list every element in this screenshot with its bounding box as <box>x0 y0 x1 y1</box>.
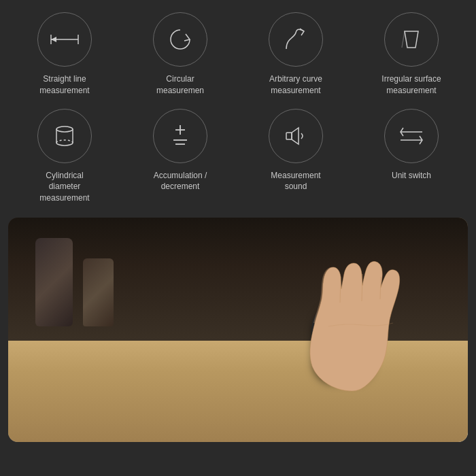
accumulation-icon-circle <box>153 109 207 163</box>
cylindrical-label: Cylindricaldiametermeasurement <box>39 170 89 204</box>
jar-right <box>83 258 114 326</box>
straight-line-icon-circle <box>37 12 92 67</box>
feature-circular: Circularmeasuremen <box>122 12 238 97</box>
svg-point-5 <box>56 126 73 132</box>
feature-irregular: Irregular surfacemeasurement <box>354 12 469 97</box>
feature-curve: Arbitrary curvemeasurement <box>238 12 354 97</box>
feature-unit-switch: Unit switch <box>354 109 469 204</box>
feature-sound: Measurementsound <box>238 109 354 204</box>
circular-label: Circularmeasuremen <box>156 73 204 97</box>
svg-marker-3 <box>51 37 56 42</box>
circular-icon-circle <box>153 12 207 67</box>
irregular-icon-circle <box>384 12 439 67</box>
curve-icon-circle <box>269 12 323 67</box>
features-grid: Straight linemeasurement Circularmeasure… <box>0 0 476 211</box>
feature-cylindrical: Cylindricaldiametermeasurement <box>7 109 122 204</box>
hand-svg <box>277 228 427 398</box>
unit-switch-label: Unit switch <box>392 170 431 182</box>
unit-switch-icon-circle <box>384 109 439 163</box>
jar-left <box>35 238 73 326</box>
photo-background: ⊡◁) 142 ● <box>8 218 468 442</box>
straight-line-label: Straight linemeasurement <box>39 73 89 97</box>
product-photo: ⊡◁) 142 ● <box>8 218 468 442</box>
svg-rect-12 <box>286 133 292 139</box>
feature-straight-line: Straight linemeasurement <box>7 12 122 97</box>
irregular-label: Irregular surfacemeasurement <box>381 73 441 97</box>
sound-label: Measurementsound <box>271 170 320 193</box>
svg-line-4 <box>402 31 405 48</box>
accumulation-label: Accumulation /decrement <box>154 170 207 193</box>
cylindrical-icon-circle <box>37 109 92 163</box>
curve-label: Arbitrary curvemeasurement <box>269 73 322 97</box>
feature-accumulation: Accumulation /decrement <box>122 109 238 204</box>
sound-icon-circle <box>269 109 323 163</box>
